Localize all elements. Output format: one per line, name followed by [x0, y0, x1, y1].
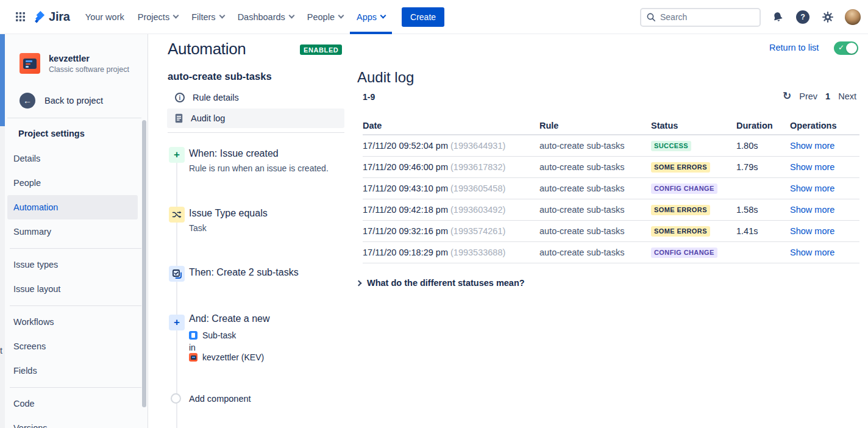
- audit-execution-id: (1993533688): [450, 248, 505, 257]
- audit-operations-cell: Show more: [790, 141, 859, 151]
- sidebar-item-label: Screens: [13, 341, 46, 351]
- tab-rule-details[interactable]: i Rule details: [167, 88, 344, 107]
- search-input[interactable]: [660, 12, 752, 22]
- col-header-duration: Duration: [736, 121, 790, 130]
- audit-duration-cell: 1.41s: [736, 226, 790, 236]
- sidebar-item[interactable]: Details: [7, 146, 138, 171]
- gear-icon: [821, 10, 834, 24]
- sidebar-item[interactable]: Issue layout: [7, 277, 138, 301]
- current-page[interactable]: 1: [825, 91, 830, 101]
- nav-item-label: Filters: [191, 12, 215, 22]
- prev-page-button[interactable]: Prev: [799, 91, 817, 101]
- branch-icon[interactable]: +: [169, 315, 185, 330]
- grid-icon: [15, 12, 26, 22]
- show-more-link[interactable]: Show more: [790, 226, 834, 236]
- sidebar-item[interactable]: Issue types: [7, 252, 138, 277]
- audit-rule-cell: auto-create sub-tasks: [539, 141, 651, 151]
- audit-status-cell: CONFIG CHANGE: [651, 183, 736, 194]
- audit-rule-cell: auto-create sub-tasks: [539, 162, 651, 172]
- audit-execution-id: (1993644931): [450, 141, 505, 151]
- nav-item[interactable]: Filters: [185, 0, 230, 34]
- branch-title[interactable]: And: Create a new: [189, 313, 270, 324]
- audit-status-cell: SOME ERRORS: [651, 204, 736, 215]
- show-more-link[interactable]: Show more: [790, 205, 834, 215]
- nav-item[interactable]: People: [301, 0, 350, 34]
- sidebar-scrollbar[interactable]: [142, 120, 146, 407]
- create-button[interactable]: Create: [402, 7, 444, 27]
- statuses-help-expander[interactable]: What do the different statuses mean?: [357, 278, 525, 288]
- sidebar-item[interactable]: Workflows: [7, 310, 138, 334]
- bulk-check-icon: [172, 269, 182, 279]
- add-component-icon[interactable]: [171, 393, 181, 404]
- audit-datetime: 17/11/20 09:42:18 pm: [363, 205, 448, 215]
- audit-range: 1-9: [363, 92, 375, 102]
- nav-item-label: People: [307, 12, 335, 22]
- jira-logo[interactable]: Jira: [33, 10, 70, 24]
- next-page-button[interactable]: Next: [838, 91, 856, 101]
- audit-date-cell: 17/11/20 09:32:16 pm(1993574261): [363, 226, 539, 236]
- branch-project-row: kevzettler (KEV): [189, 352, 264, 362]
- trigger-subtitle: Rule is run when an issue is created.: [189, 163, 329, 173]
- audit-datetime: 17/11/20 09:32:16 pm: [363, 226, 448, 236]
- subtask-icon: [189, 331, 197, 340]
- primary-nav: Your work Projects Filters Dashboards Pe…: [79, 0, 392, 34]
- sidebar-item[interactable]: Versions: [7, 416, 138, 428]
- topbar-right-cluster: ?: [640, 0, 861, 34]
- show-more-link[interactable]: Show more: [790, 248, 834, 257]
- top-navigation-bar: Jira Your work Projects Filters Dashboar…: [0, 0, 868, 34]
- trigger-title[interactable]: When: Issue created: [189, 148, 279, 159]
- nav-item-label: Your work: [85, 12, 124, 22]
- return-to-list-link[interactable]: Return to list: [769, 43, 819, 52]
- condition-icon[interactable]: [169, 207, 185, 223]
- global-search[interactable]: [640, 8, 761, 27]
- document-icon: [175, 113, 183, 123]
- sidebar-item[interactable]: Fields: [7, 358, 138, 383]
- show-more-link[interactable]: Show more: [790, 141, 834, 151]
- audit-log-row: 17/11/20 09:32:16 pm(1993574261) auto-cr…: [363, 221, 859, 242]
- sidebar-item-label: Automation: [13, 202, 58, 212]
- settings-button[interactable]: [820, 9, 836, 25]
- project-type: Classic software project: [49, 65, 129, 74]
- tab-audit-log[interactable]: Audit log: [167, 109, 344, 128]
- sidebar-item[interactable]: People: [7, 171, 138, 195]
- nav-item[interactable]: Apps: [350, 0, 392, 34]
- nav-item[interactable]: Projects: [131, 0, 185, 34]
- nav-item[interactable]: Dashboards: [231, 0, 301, 34]
- audit-date-cell: 17/11/20 09:42:18 pm(1993603492): [363, 205, 539, 215]
- audit-operations-cell: Show more: [790, 184, 859, 193]
- audit-operations-cell: Show more: [790, 248, 859, 257]
- notifications-button[interactable]: [770, 9, 786, 25]
- back-to-project[interactable]: ← Back to project: [20, 93, 103, 109]
- audit-rule-cell: auto-create sub-tasks: [539, 248, 651, 257]
- audit-log-row: 17/11/20 09:52:04 pm(1993644931) auto-cr…: [363, 135, 859, 157]
- audit-execution-id: (1993574261): [450, 226, 505, 236]
- refresh-icon[interactable]: ↻: [783, 91, 791, 101]
- trigger-icon[interactable]: +: [169, 147, 185, 163]
- app-switcher-icon[interactable]: [10, 7, 30, 27]
- statuses-question-label: What do the different statuses mean?: [367, 278, 525, 288]
- user-avatar[interactable]: [845, 9, 861, 25]
- rule-enabled-toggle[interactable]: ✓: [834, 41, 858, 55]
- arrow-left-icon: ←: [20, 93, 35, 109]
- pagination: ↻ Prev 1 Next: [783, 91, 856, 101]
- chevron-down-icon: [219, 13, 225, 19]
- condition-title[interactable]: Issue Type equals: [189, 208, 268, 219]
- nav-item[interactable]: Your work: [79, 0, 131, 34]
- audit-log-table: Date Rule Status Duration Operations 17/…: [363, 117, 859, 263]
- show-more-link[interactable]: Show more: [790, 184, 834, 193]
- branch-issue-type: Sub-task: [202, 330, 236, 340]
- add-component-label[interactable]: Add component: [189, 394, 251, 404]
- help-button[interactable]: ?: [795, 9, 811, 25]
- back-to-project-label: Back to project: [44, 96, 103, 105]
- sidebar-item[interactable]: Summary: [7, 219, 138, 244]
- sidebar-item[interactable]: Code: [7, 391, 138, 416]
- sidebar-item[interactable]: Screens: [7, 334, 138, 358]
- action-icon[interactable]: [169, 266, 185, 282]
- audit-date-cell: 17/11/20 09:43:10 pm(1993605458): [363, 184, 539, 193]
- audit-status-cell: SOME ERRORS: [651, 226, 736, 237]
- action-title[interactable]: Then: Create 2 sub-tasks: [189, 267, 299, 278]
- sidebar-item-label: Versions: [13, 423, 48, 428]
- project-settings-sidebar: kevzettler Classic software project ← Ba…: [5, 34, 148, 428]
- show-more-link[interactable]: Show more: [790, 162, 834, 172]
- sidebar-item[interactable]: Automation: [7, 195, 138, 219]
